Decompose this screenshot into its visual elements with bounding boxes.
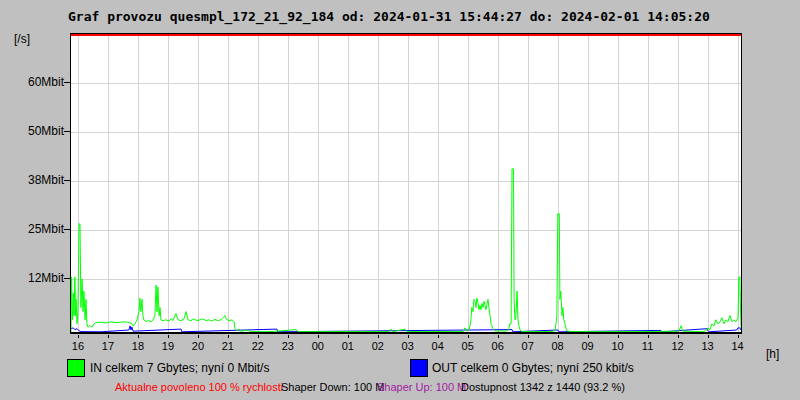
y-tick-mark — [64, 278, 70, 279]
x-tick-label: 21 — [216, 340, 240, 352]
plot-area — [70, 33, 742, 334]
y-tick-label: 50Mbit — [8, 124, 64, 138]
x-tick-mark — [408, 335, 409, 338]
x-tick-mark — [108, 335, 109, 338]
x-tick-mark — [558, 335, 559, 338]
x-tick-label: 23 — [276, 340, 300, 352]
x-tick-label: 08 — [546, 340, 570, 352]
y-tick-mark — [64, 180, 70, 181]
x-tick-label: 06 — [486, 340, 510, 352]
x-tick-mark — [258, 335, 259, 338]
x-tick-mark — [528, 335, 529, 338]
out-legend-label: OUT celkem 0 Gbytes; nyní 250 kbit/s — [432, 361, 634, 375]
x-tick-mark — [288, 335, 289, 338]
x-tick-label: 01 — [336, 340, 360, 352]
y-tick-label: 25Mbit — [8, 222, 64, 236]
graph-title: Graf provozu quesmpl_172_21_92_184 od: 2… — [68, 9, 710, 24]
x-tick-mark — [318, 335, 319, 338]
y-tick-mark — [64, 229, 70, 230]
in-legend-swatch — [67, 359, 85, 377]
x-tick-label: 16 — [66, 340, 90, 352]
in-legend-label: IN celkem 7 Gbytes; nyní 0 Mbit/s — [90, 361, 269, 375]
shaper-down-text: Shaper Down: 100 M — [281, 381, 384, 393]
x-tick-mark — [348, 335, 349, 338]
x-tick-label: 13 — [696, 340, 720, 352]
x-tick-mark — [618, 335, 619, 338]
x-tick-label: 14 — [726, 340, 750, 352]
x-tick-mark — [138, 335, 139, 338]
y-tick-label: 60Mbit — [8, 75, 64, 89]
x-tick-label: 04 — [426, 340, 450, 352]
x-tick-label: 18 — [126, 340, 150, 352]
x-tick-mark — [198, 335, 199, 338]
shaper-limit-line — [71, 34, 741, 36]
traffic-chart — [71, 34, 741, 332]
x-axis-unit-label: [h] — [766, 347, 779, 361]
x-tick-label: 20 — [186, 340, 210, 352]
y-tick-label: 38Mbit — [8, 173, 64, 187]
out-legend-swatch — [410, 359, 428, 377]
x-tick-label: 19 — [156, 340, 180, 352]
traffic-graph-window: Graf provozu quesmpl_172_21_92_184 od: 2… — [0, 0, 800, 400]
x-tick-label: 03 — [396, 340, 420, 352]
shaper-up-text: Shaper Up: 100 M — [377, 381, 466, 393]
x-tick-mark — [498, 335, 499, 338]
x-tick-mark — [438, 335, 439, 338]
allowed-speed-text: Aktualne povoleno 100 % rychlosti — [115, 381, 283, 393]
in-traffic-line — [71, 169, 741, 332]
y-axis-unit-label: [/s] — [14, 32, 30, 46]
x-tick-mark — [168, 335, 169, 338]
x-tick-label: 10 — [606, 340, 630, 352]
x-tick-label: 02 — [366, 340, 390, 352]
x-tick-mark — [648, 335, 649, 338]
x-tick-label: 00 — [306, 340, 330, 352]
x-tick-mark — [378, 335, 379, 338]
x-tick-label: 07 — [516, 340, 540, 352]
x-tick-label: 22 — [246, 340, 270, 352]
y-tick-mark — [64, 131, 70, 132]
y-tick-mark — [64, 82, 70, 83]
x-tick-label: 05 — [456, 340, 480, 352]
x-tick-label: 09 — [576, 340, 600, 352]
x-tick-mark — [588, 335, 589, 338]
x-tick-mark — [468, 335, 469, 338]
x-tick-mark — [678, 335, 679, 338]
x-tick-label: 17 — [96, 340, 120, 352]
x-tick-label: 11 — [636, 340, 660, 352]
x-tick-label: 12 — [666, 340, 690, 352]
x-tick-mark — [738, 335, 739, 338]
y-tick-label: 12Mbit — [8, 271, 64, 285]
x-tick-mark — [78, 335, 79, 338]
x-tick-mark — [708, 335, 709, 338]
x-tick-mark — [228, 335, 229, 338]
availability-text: Dostupnost 1342 z 1440 (93.2 %) — [461, 381, 625, 393]
